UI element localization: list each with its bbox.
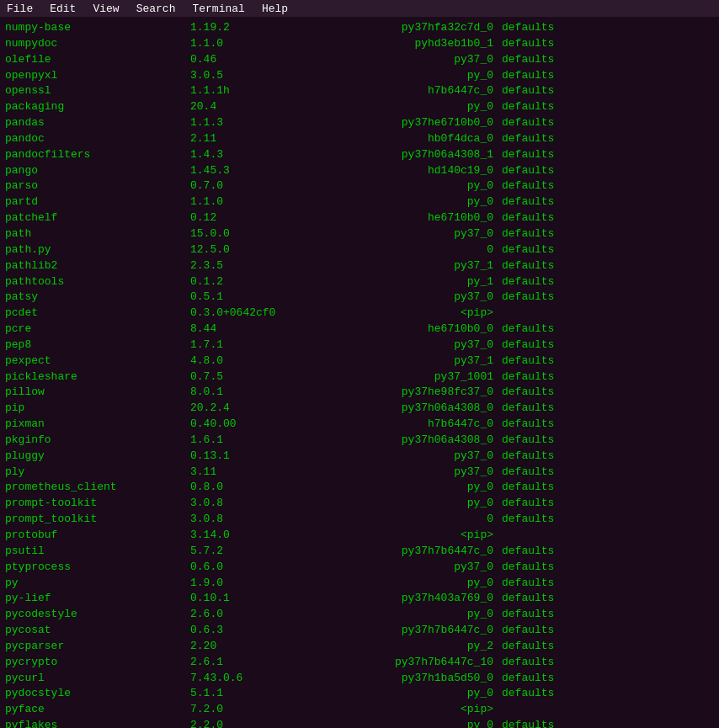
pkg-name: path.py (5, 242, 190, 258)
pkg-version: 2.6.1 (190, 655, 308, 671)
table-row: pycosat0.6.3py37h7b6447c_0defaults (5, 623, 714, 639)
pkg-name: partd (5, 194, 190, 210)
table-row: pango1.45.3hd140c19_0defaults (5, 163, 714, 179)
pkg-version: 2.3.5 (190, 258, 308, 274)
pkg-version: 0.3.0+0642cf0 (190, 306, 308, 321)
table-row: prompt-toolkit3.0.8py_0defaults (5, 496, 714, 512)
pkg-version: 5.7.2 (190, 544, 308, 560)
pkg-channel: defaults (502, 83, 586, 99)
pkg-channel: defaults (502, 369, 586, 385)
pkg-version: 0.46 (190, 52, 308, 68)
pkg-build: py37h7b6447c_0 (308, 623, 502, 639)
pkg-name: parso (5, 178, 190, 194)
pkg-build: 0 (308, 512, 502, 528)
pkg-version: 2.6.0 (190, 607, 308, 623)
pkg-build: h7b6447c_0 (308, 417, 502, 433)
terminal-body: numpy-base1.19.2py37hfa32c7d_0defaultsnu… (0, 17, 719, 728)
pkg-version: 1.1.1h (190, 83, 308, 99)
pkg-build: py_1 (308, 274, 502, 290)
pkg-version: 2.2.0 (190, 718, 308, 728)
pkg-name: pathtools (5, 274, 190, 290)
table-row: pillow8.0.1py37he98fc37_0defaults (5, 385, 714, 401)
menu-bar: FileEditViewSearchTerminalHelp (0, 0, 719, 17)
pkg-channel: defaults (502, 671, 586, 687)
pkg-channel: defaults (502, 385, 586, 401)
pkg-version: 12.5.0 (190, 242, 308, 258)
menu-item-terminal[interactable]: Terminal (189, 3, 248, 15)
pkg-build: py_0 (308, 607, 502, 623)
pkg-version: 0.7.5 (190, 369, 308, 385)
pkg-build: py37h06a4308_0 (308, 433, 502, 449)
pkg-build: py_0 (308, 496, 502, 512)
pkg-channel: defaults (502, 417, 586, 433)
table-row: pathlib22.3.5py37_1defaults (5, 258, 714, 274)
pkg-channel: defaults (502, 337, 586, 353)
pkg-version: 1.4.3 (190, 147, 308, 163)
pkg-name: pandocfilters (5, 147, 190, 163)
pkg-channel: defaults (502, 36, 586, 52)
pkg-build: py_0 (308, 68, 502, 84)
pkg-name: protobuf (5, 528, 190, 544)
pkg-version: 2.20 (190, 639, 308, 655)
pkg-version: 1.1.3 (190, 115, 308, 131)
pkg-build: py37h7b6447c_10 (308, 655, 502, 671)
pkg-build: py37_0 (308, 337, 502, 353)
table-row: py-lief0.10.1py37h403a769_0defaults (5, 591, 714, 607)
menu-item-view[interactable]: View (89, 3, 122, 15)
pkg-version: 1.19.2 (190, 20, 308, 36)
menu-item-edit[interactable]: Edit (46, 3, 79, 15)
table-row: parso0.7.0py_0defaults (5, 178, 714, 194)
pkg-build: py_0 (308, 194, 502, 210)
pkg-build: 0 (308, 242, 502, 258)
pkg-name: pickleshare (5, 369, 190, 385)
pkg-version: 0.8.0 (190, 480, 308, 496)
table-row: olefile0.46py37_0defaults (5, 52, 714, 68)
table-row: pycodestyle2.6.0py_0defaults (5, 607, 714, 623)
pkg-build: he6710b0_0 (308, 210, 502, 226)
pkg-build: py37h7b6447c_0 (308, 544, 502, 560)
pkg-channel: defaults (502, 115, 586, 131)
pkg-name: pip (5, 401, 190, 417)
table-row: numpydoc1.1.0pyhd3eb1b0_1defaults (5, 36, 714, 52)
pkg-name: packaging (5, 99, 190, 115)
pkg-build: py37hfa32c7d_0 (308, 20, 502, 36)
pkg-build: py37_1 (308, 258, 502, 274)
pkg-build: py37_1001 (308, 369, 502, 385)
pkg-name: pandas (5, 115, 190, 131)
pkg-name: pexpect (5, 353, 190, 369)
pkg-version: 0.13.1 (190, 449, 308, 465)
pkg-name: pango (5, 163, 190, 179)
pkg-name: pycurl (5, 671, 190, 687)
pkg-channel: defaults (502, 686, 586, 702)
pkg-build: py_2 (308, 639, 502, 655)
pkg-build: py37_1 (308, 353, 502, 369)
pkg-name: pandoc (5, 131, 190, 147)
pkg-channel: defaults (502, 52, 586, 68)
table-row: pyflakes2.2.0py_0defaults (5, 718, 714, 728)
pkg-name: pyface (5, 702, 190, 718)
pkg-name: path (5, 226, 190, 242)
pkg-build: py37_0 (308, 449, 502, 465)
pkg-build: hd140c19_0 (308, 163, 502, 179)
pkg-version: 0.6.0 (190, 560, 308, 576)
pkg-name: patsy (5, 290, 190, 306)
pkg-channel: defaults (502, 718, 586, 728)
pkg-name: pydocstyle (5, 686, 190, 702)
table-row: patsy0.5.1py37_0defaults (5, 290, 714, 306)
table-row: pandas1.1.3py37he6710b0_0defaults (5, 115, 714, 131)
pkg-channel: defaults (502, 465, 586, 481)
pkg-version: 1.45.3 (190, 163, 308, 179)
pkg-version: 0.6.3 (190, 623, 308, 639)
menu-item-file[interactable]: File (3, 3, 36, 15)
pkg-name: ply (5, 465, 190, 481)
menu-item-help[interactable]: Help (258, 3, 291, 15)
pkg-channel: defaults (502, 433, 586, 449)
pkg-build: <pip> (308, 702, 502, 718)
table-row: packaging20.4py_0defaults (5, 99, 714, 115)
pkg-version: 3.0.8 (190, 512, 308, 528)
table-row: path.py12.5.00defaults (5, 242, 714, 258)
pkg-channel (502, 306, 586, 321)
table-row: pycparser2.20py_2defaults (5, 639, 714, 655)
table-row: openpyxl3.0.5py_0defaults (5, 68, 714, 84)
menu-item-search[interactable]: Search (133, 3, 179, 15)
